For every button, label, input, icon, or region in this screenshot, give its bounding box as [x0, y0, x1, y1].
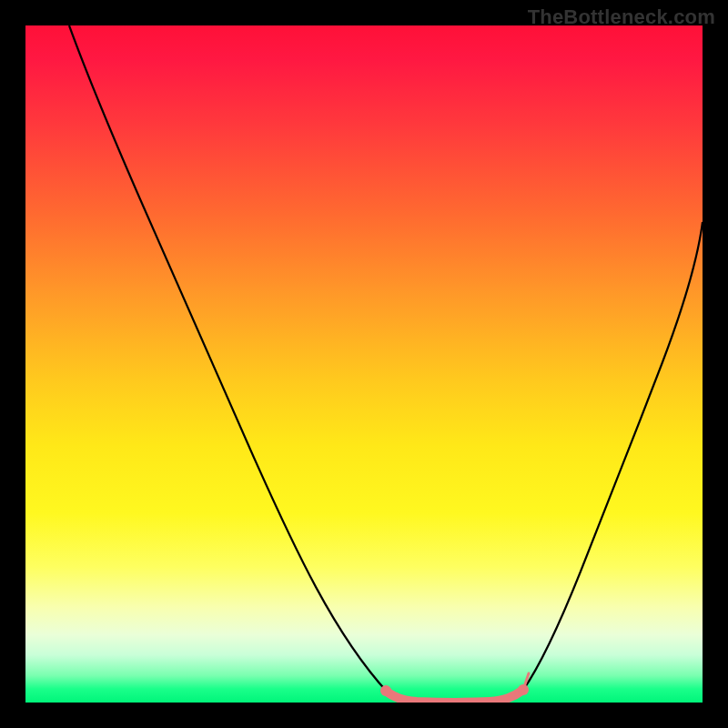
- chart-container: TheBottleneck.com: [0, 0, 728, 728]
- bottom-accent-curve: [386, 690, 523, 703]
- curve-layer: [25, 25, 703, 703]
- plot-area: [25, 25, 703, 703]
- right-ascending-curve: [523, 222, 703, 690]
- accent-dot-left: [380, 685, 391, 696]
- left-descending-curve: [69, 25, 388, 693]
- watermark-text: TheBottleneck.com: [528, 5, 715, 29]
